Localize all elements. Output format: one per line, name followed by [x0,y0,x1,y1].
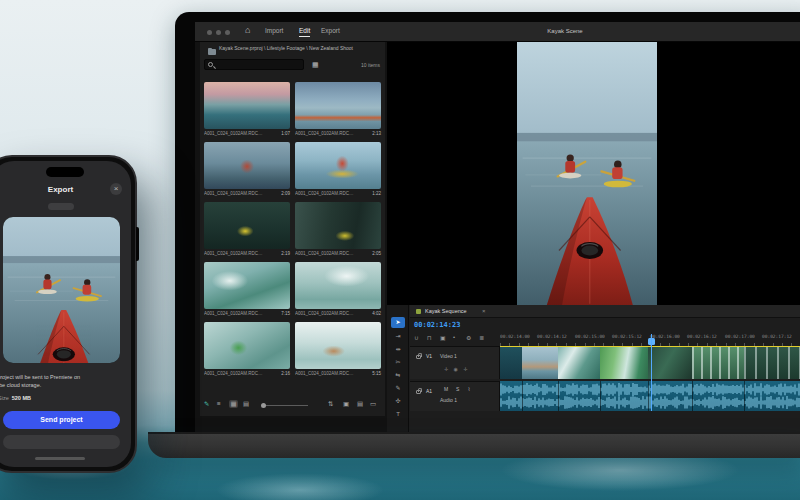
phone-notch [46,167,84,177]
video-clip-segment[interactable] [500,347,522,379]
preview-video[interactable] [517,42,657,305]
markers-icon[interactable]: ≣ [479,334,484,341]
media-panel-toolbar: ✎ ≡ ▦ ▤ ⇅ ▣ ▤ ▭ [200,398,385,412]
items-count: 10 items [361,62,380,68]
clip-thumbnail [204,82,290,129]
track-select-tool[interactable]: ⇥ [391,331,405,342]
mic-icon[interactable]: ⌇ [468,386,470,392]
phone: Export × of this project will be sent to… [0,155,137,473]
timeline-main: Kayak Sequence × 00:02:14:23 ∪ ⊓ ▣ • ⚙ ≣… [410,305,800,432]
media-clip[interactable]: A001_C024_0102AM.RDC…1:07 [204,82,290,142]
window-zoom-button[interactable] [225,30,230,35]
clip-thumbnail [295,142,381,189]
media-clip[interactable]: A001_C024_0102AM.RDC…2:09 [204,142,290,202]
slip-tool[interactable]: ⇆ [391,370,405,381]
audio-track: A1 M S ⌇ Audio 1 [410,381,800,411]
video-clips[interactable] [500,346,800,379]
clip-thumbnail [295,322,381,369]
sequence-tab[interactable]: Kayak Sequence × [410,305,800,318]
close-sequence-icon[interactable]: × [482,308,486,314]
razor-tool[interactable]: ✂ [391,357,405,368]
new-item-icon[interactable]: ▤ [357,400,363,408]
playhead-line[interactable] [651,334,652,411]
filmstrip-view-icon[interactable]: ▤ [243,400,249,408]
video-clip-segment[interactable] [648,347,692,379]
phone-screen: Export × of this project will be sent to… [0,161,131,467]
slider-knob[interactable] [261,403,266,408]
send-project-button[interactable]: Send project [3,411,120,429]
pen-tool[interactable]: ✎ [391,383,405,394]
edit-pen-icon[interactable]: ✎ [204,400,209,408]
lock-icon[interactable] [416,390,421,394]
timeline-settings-icon[interactable]: ⚙ [466,334,471,341]
premiere-app-window: ⌂ Import Edit Export Kayak Scene Kayak S… [195,22,800,432]
audio-clips[interactable] [500,381,800,411]
laptop-base [148,432,800,458]
clip-boundary [600,381,601,411]
list-view-icon[interactable]: ≡ [217,400,221,407]
export-preview-video [3,217,120,363]
snap-magnet-icon[interactable]: ∪ [414,334,418,341]
clip-boundary [558,381,559,411]
grid-view-icon[interactable]: ▦ [312,61,319,69]
clip-thumbnail [204,142,290,189]
search-input[interactable] [204,59,304,70]
media-clip[interactable]: A001_C024_0102AM.RDC…2:16 [204,322,290,382]
marker-dot-icon[interactable]: • [453,334,455,340]
audio-track-header[interactable]: A1 M S ⌇ Audio 1 [410,381,500,411]
type-tool[interactable]: T [391,409,405,420]
media-browser-panel: Kayak Scene.prproj \ Lifestyle Footage \… [200,42,385,416]
hand-tool[interactable]: ✣ [391,396,405,407]
nest-icon[interactable]: ▣ [440,334,446,341]
program-monitor [387,42,800,305]
selection-tool[interactable]: ➤ [391,317,405,328]
new-folder-icon[interactable]: ▣ [343,400,349,408]
linked-selection-icon[interactable]: ⊓ [427,334,432,341]
phone-side-button [136,227,139,261]
clip-boundary [744,381,745,411]
folder-icon [208,49,216,55]
sort-icon[interactable]: ⇅ [328,400,333,408]
tab-import[interactable]: Import [265,27,283,34]
video-clip-segment[interactable] [600,347,648,379]
media-clip[interactable]: A001_C024_0102AM.RDC…7:15 [204,262,290,322]
grid-view-toggle-icon[interactable]: ▦ [229,400,238,408]
media-clip[interactable]: A001_C024_0102AM.RDC…2:19 [204,202,290,262]
clip-thumbnail [295,202,381,249]
video-clip-segment[interactable] [692,347,744,379]
timeline-panel: ➤ ⇥ ⇹ ✂ ⇆ ✎ ✣ T Kayak Sequence × 00:02:1… [387,305,800,432]
sequence-icon [416,309,421,314]
trash-icon[interactable]: ▭ [370,400,376,408]
secondary-button[interactable] [3,435,120,449]
track-control-icons[interactable]: ✛ ◉ ✛ [444,366,470,372]
mute-button[interactable]: M [444,386,448,392]
clip-boundary [648,381,649,411]
video-track-header[interactable]: V1 Video 1 ✛ ◉ ✛ [410,346,500,379]
thumbnail-zoom-slider[interactable] [262,405,308,406]
clip-boundary [692,381,693,411]
window-minimize-button[interactable] [216,30,221,35]
tab-export[interactable]: Export [321,27,340,34]
export-preview-card[interactable] [3,217,120,363]
media-clip[interactable]: A001_C024_0102AM.RDC…5:15 [295,322,381,382]
playhead-timecode[interactable]: 00:02:14:23 [414,321,460,329]
video-clip-segment[interactable] [744,347,800,379]
export-note: of this project will be sent to Premiere… [0,373,131,389]
lock-icon[interactable] [416,355,421,359]
format-pill[interactable] [48,203,74,210]
ripple-edit-tool[interactable]: ⇹ [391,344,405,355]
clip-thumbnail [295,262,381,309]
clip-thumbnail [204,322,290,369]
clip-thumbnail [204,202,290,249]
close-button[interactable]: × [110,183,122,195]
home-icon[interactable]: ⌂ [245,25,250,35]
media-clip[interactable]: A001_C024_0102AM.RDC…1:22 [295,142,381,202]
media-clip[interactable]: A001_C024_0102AM.RDC…4:02 [295,262,381,322]
tab-edit[interactable]: Edit [299,27,310,37]
media-clip[interactable]: A001_C024_0102AM.RDC…2:13 [295,82,381,142]
video-clip-segment[interactable] [558,347,600,379]
window-close-button[interactable] [207,30,212,35]
video-clip-segment[interactable] [522,347,558,379]
solo-button[interactable]: S [456,386,459,392]
media-clip[interactable]: A001_C024_0102AM.RDC…2:05 [295,202,381,262]
